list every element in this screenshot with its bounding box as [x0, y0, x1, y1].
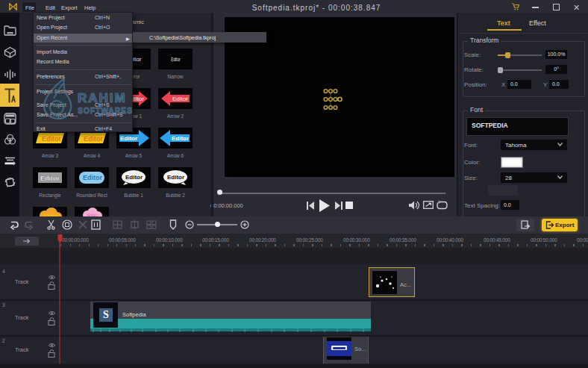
svg-text:Editor: Editor — [40, 175, 60, 182]
svg-text:Editor: Editor — [172, 96, 188, 102]
svg-text:Editor: Editor — [84, 135, 103, 143]
svg-text:Editor: Editor — [83, 174, 102, 181]
svg-text:Editor: Editor — [172, 135, 189, 142]
svg-text:Editor: Editor — [120, 135, 137, 142]
svg-text:Editor: Editor — [42, 135, 61, 143]
svg-text:Editor: Editor — [167, 174, 184, 181]
svg-text:Editor: Editor — [125, 174, 143, 181]
